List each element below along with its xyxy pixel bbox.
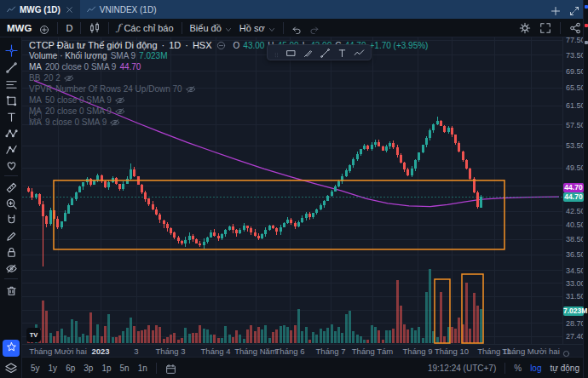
divider [57, 22, 58, 34]
clock-label[interactable]: 19:12:24 (UTC+7) [428, 364, 496, 373]
collapse-circle-icon[interactable] [216, 41, 226, 50]
indicator-row[interactable]: MA50 close 0 SMA 9 [29, 94, 428, 106]
divider [283, 22, 284, 34]
trendline-icon[interactable] [320, 47, 331, 58]
chart-line-icon [7, 5, 16, 14]
time-tick: Tháng 4 [201, 346, 231, 356]
indicators-button[interactable]: ƒ Các chỉ báo [117, 22, 173, 33]
divider [108, 22, 109, 34]
draw-lock-icon[interactable] [3, 228, 19, 243]
eye-off-icon[interactable] [115, 96, 125, 105]
projection-icon[interactable] [3, 141, 19, 157]
panel-dot-grey [585, 41, 588, 44]
floating-draw-toolbar [267, 44, 372, 60]
tab-label: VNINDEX (1D) [100, 5, 157, 14]
legend-exchange: HSX [193, 40, 212, 50]
ruler-icon[interactable] [3, 180, 19, 195]
add-tab-icon[interactable] [551, 4, 561, 14]
percent-scale-button[interactable]: % [514, 364, 522, 373]
redo-icon[interactable] [309, 23, 320, 33]
indicator-row[interactable]: MA20 close 0 SMA 9 [29, 106, 428, 117]
range-button-1y[interactable]: 1y [49, 364, 58, 373]
divider [504, 363, 505, 374]
text-icon[interactable] [337, 47, 348, 58]
tab-mwg[interactable]: MWG (1D) [0, 0, 80, 19]
tab-vnindex[interactable]: VNINDEX (1D) [80, 0, 164, 19]
indicator-row[interactable]: MA200 close 0 SMA 944.70 [29, 61, 428, 72]
chart-area[interactable]: CTCP Đầu tư Thế giới Di động · 1D · HSX … [22, 37, 562, 344]
close-icon[interactable] [66, 6, 73, 14]
indicator-row[interactable]: VPVRNumber Of Rows 24 Up/Down 70 [29, 83, 428, 94]
bottom-bar: 5y1y6p3p1p5n1n 19:12:24 (UTC+7) % log tự… [22, 357, 588, 378]
time-axis[interactable]: Tháng Mười hai20233Tháng 3Tháng 4Tháng N… [22, 344, 583, 357]
chevron-down-icon [268, 25, 275, 32]
drag-handle[interactable] [274, 48, 280, 57]
fx-icon: ƒ [117, 22, 120, 33]
log-scale-button[interactable]: log [530, 364, 541, 373]
range-button-1n[interactable]: 1n [138, 364, 147, 373]
trash-icon[interactable] [3, 283, 19, 298]
time-tick: Tháng Mười hai [502, 346, 560, 356]
eye-off-icon[interactable] [64, 74, 74, 83]
tab-label: MWG (1D) [20, 5, 61, 14]
hide-drawings-icon[interactable] [3, 261, 19, 276]
indicator-row[interactable]: MA9 close 0 SMA 9 [29, 117, 428, 128]
brush-icon[interactable] [303, 47, 314, 58]
divider [4, 278, 18, 279]
rect-draw-icon[interactable] [285, 47, 297, 58]
divider [80, 22, 81, 34]
object-tree-icon[interactable] [4, 362, 18, 375]
shapes-icon[interactable] [3, 93, 19, 108]
time-tick: 3 [134, 346, 138, 356]
gear-icon[interactable] [519, 22, 531, 34]
auto-scale-button[interactable]: tự động [551, 364, 580, 373]
range-button-6p[interactable]: 6p [66, 364, 75, 373]
expand-icon[interactable] [569, 4, 579, 14]
interval-button[interactable]: D [66, 23, 72, 33]
compare-add-icon[interactable] [39, 23, 49, 33]
text-icon[interactable] [3, 109, 19, 124]
ma200-price-badge: 44.70 [563, 183, 584, 192]
app-root: MWG (1D) VNINDEX (1D) MWG D ƒ Các chỉ bá… [0, 0, 588, 378]
emoji-icon[interactable] [3, 158, 19, 173]
eye-off-icon[interactable] [110, 118, 120, 127]
legend-interval: 1D [169, 40, 181, 50]
company-title: CTCP Đầu tư Thế giới Di động [29, 40, 158, 50]
legend-collapse-button[interactable]: ^ [29, 111, 42, 120]
eye-off-icon[interactable] [115, 107, 125, 116]
eye-off-icon[interactable] [186, 85, 196, 94]
change-value: +1.70 (+3.95%) [369, 41, 428, 50]
trendline-icon[interactable] [3, 60, 19, 75]
chart-menu-button[interactable]: Biểu đồ [190, 23, 232, 33]
main-toolbar: MWG D ƒ Các chỉ báo Biểu đồ Hồ sơ [0, 19, 588, 37]
chevron-down-icon [225, 25, 232, 32]
symbol-button[interactable]: MWG [7, 23, 32, 33]
range-button-1p[interactable]: 1p [101, 364, 111, 373]
undo-icon[interactable] [291, 23, 302, 33]
indicator-row[interactable]: BB20 2 [29, 72, 428, 83]
crosshair-icon[interactable] [3, 43, 19, 58]
range-button-5n[interactable]: 5n [120, 364, 130, 373]
lock-all-icon[interactable] [3, 244, 19, 260]
time-tick: 2023 [91, 346, 109, 356]
star-icon [6, 341, 17, 356]
magnet-icon[interactable] [3, 212, 19, 227]
drawing-toolbar [0, 37, 22, 378]
range-button-5y[interactable]: 5y [31, 364, 40, 373]
candle-style-icon[interactable] [89, 22, 101, 34]
go-to-date-icon[interactable] [165, 363, 176, 374]
axis-settings-icon[interactable] [562, 346, 571, 356]
price-axis[interactable]: 77.5073.5069.5065.5061.5057.5053.5049.50… [562, 37, 583, 344]
fullscreen-icon[interactable] [539, 22, 551, 34]
divider [560, 22, 561, 34]
range-button-3p[interactable]: 3p [84, 364, 93, 373]
polyline-icon[interactable] [354, 47, 365, 58]
pattern-icon[interactable] [3, 125, 19, 140]
time-tick: Tháng Năm [234, 346, 277, 356]
zoom-in-icon[interactable] [3, 196, 19, 211]
favorites-star-button[interactable] [3, 340, 20, 357]
profile-menu-button[interactable]: Hồ sơ [239, 23, 275, 33]
time-tick: Tháng 7 [316, 346, 346, 356]
share-icon[interactable] [569, 22, 581, 34]
fib-icon[interactable] [3, 77, 19, 92]
